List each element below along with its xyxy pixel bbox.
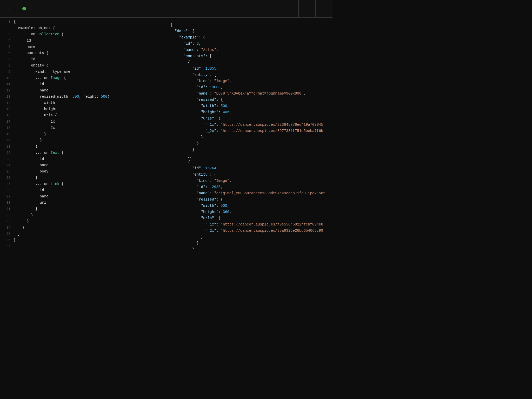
list-item: { (170, 22, 328, 28)
line-content: } (14, 213, 33, 217)
line-number: 13 (1, 95, 10, 99)
line-content: } (14, 138, 42, 142)
line-content: id (14, 38, 31, 43)
line-content: kind: __typename (14, 70, 70, 74)
list-item: "kind": "Image", (170, 78, 328, 84)
list-item: "entity": { (170, 72, 328, 78)
line-content: height (14, 107, 57, 111)
line-number: 3 (1, 32, 10, 36)
line-number: 20 (1, 138, 10, 142)
result-code: { "data": { "example": { "id": 3, "name"… (166, 20, 332, 249)
line-content: _2x (14, 126, 55, 130)
result-panel[interactable]: { "data": { "example": { "id": 3, "name"… (166, 18, 332, 249)
line-content: ... on Text { (14, 151, 64, 155)
line-content: example: object { (14, 26, 55, 30)
url-bar (17, 0, 299, 17)
table-row: 3 ... on Collection { (0, 32, 166, 38)
line-number: 14 (1, 101, 10, 105)
table-row: 35 } (0, 232, 166, 238)
query-panel[interactable]: 1{2 example: object {3 ... on Collection… (0, 18, 166, 249)
list-item: "resized": { (170, 196, 328, 203)
line-number: 11 (1, 82, 10, 86)
topbar: ⌄ (0, 0, 332, 18)
line-number: 32 (1, 213, 10, 217)
table-row: 23 id (0, 157, 166, 163)
list-item: "_1x": "https://cancer.auspic.es/f9e5584… (170, 221, 328, 228)
table-row: 28 id (0, 188, 166, 194)
table-row: 9 kind: __typename (0, 70, 166, 76)
table-row: 7 id (0, 57, 166, 63)
line-number: 37 (1, 244, 10, 248)
line-number: 27 (1, 182, 10, 186)
line-content: } (14, 132, 46, 136)
line-content: id (14, 82, 44, 86)
line-number: 28 (1, 188, 10, 192)
list-item: "_1x": "https://cancer.auspic.es/32394b7… (170, 122, 328, 128)
list-item: "id": 15764, (170, 165, 328, 171)
table-row: 15 height (0, 107, 166, 113)
line-content: ... on Image { (14, 76, 66, 80)
options-button[interactable]: ⌄ (0, 0, 17, 17)
list-item: "id": 15855, (170, 65, 328, 72)
line-content: width (14, 101, 55, 105)
list-item: "urls": { (170, 115, 328, 122)
list-item: } (170, 246, 328, 249)
line-content: } (14, 225, 24, 230)
line-number: 26 (1, 176, 10, 180)
status-indicator (22, 7, 26, 10)
line-content: } (14, 144, 37, 149)
line-content: id (14, 57, 35, 61)
line-content: name (14, 194, 48, 198)
table-row: 2 example: object { (0, 26, 166, 32)
line-number: 6 (1, 51, 10, 55)
table-row: 37 (0, 244, 166, 249)
copy-button[interactable] (316, 0, 332, 17)
table-row: 27 ... on Link { (0, 182, 166, 188)
list-item: "height": 360, (170, 209, 328, 215)
line-content: url (14, 201, 46, 205)
list-item: } (170, 240, 328, 246)
table-row: 29 name (0, 194, 166, 201)
line-content: name (14, 163, 48, 167)
list-item: "id": 12938, (170, 184, 328, 190)
table-row: 34 } (0, 225, 166, 232)
table-row: 12 name (0, 88, 166, 95)
list-item: { (170, 59, 328, 65)
list-item: "data": { (170, 28, 328, 34)
line-content: id (14, 188, 44, 192)
query-code: 1{2 example: object {3 ... on Collection… (0, 20, 166, 249)
table-row: 20 } (0, 138, 166, 144)
line-number: 34 (1, 226, 10, 230)
list-item: "id": 3, (170, 41, 328, 47)
list-item: "resized": { (170, 97, 328, 103)
line-content: body (14, 169, 48, 174)
line-number: 30 (1, 201, 10, 205)
line-number: 36 (1, 238, 10, 242)
table-row: 5 name (0, 45, 166, 51)
table-row: 11 id (0, 82, 166, 88)
list-item: "_2x": "https://cancer.auspic.es/38a9326… (170, 228, 328, 234)
list-item: "entity": { (170, 171, 328, 178)
line-content: id (14, 157, 44, 161)
list-item: "kind": "Image", (170, 178, 328, 184)
list-item: } (170, 234, 328, 240)
list-item: } (170, 147, 328, 153)
line-number: 31 (1, 207, 10, 211)
line-number: 10 (1, 76, 10, 80)
line-content: ... on Link { (14, 182, 64, 186)
list-item: }, (170, 153, 328, 159)
table-row: 26 } (0, 176, 166, 182)
execute-button[interactable] (299, 0, 316, 17)
line-number: 35 (1, 232, 10, 236)
table-row: 36} (0, 238, 166, 244)
list-item: "id": 13008, (170, 84, 328, 90)
main-content: 1{2 example: object {3 ... on Collection… (0, 18, 332, 249)
list-item: "width": 500, (170, 103, 328, 109)
line-number: 23 (1, 157, 10, 161)
table-row: 17 _1x (0, 119, 166, 126)
list-item: "name": "original_c608682acecc138bd594c4… (170, 190, 328, 196)
table-row: 25 body (0, 169, 166, 176)
line-number: 2 (1, 26, 10, 30)
list-item: } (170, 134, 328, 140)
table-row: 32 } (0, 213, 166, 219)
